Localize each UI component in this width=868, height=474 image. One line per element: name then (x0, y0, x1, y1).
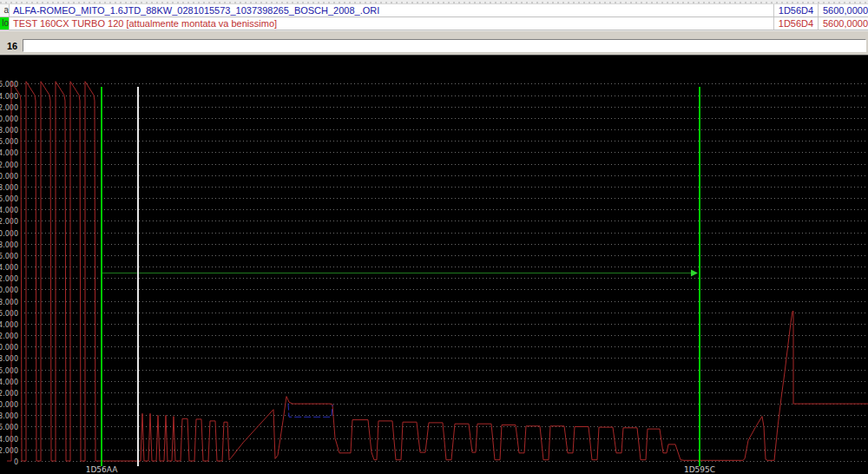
y-tick-label: 52.000 (0, 161, 18, 169)
y-tick-label: 6.000 (0, 424, 18, 431)
y-tick-label: 16.000 (0, 367, 18, 375)
y-tick-label: 10.000 (0, 401, 18, 409)
row-side-cell: a (0, 4, 10, 16)
row-side-cell: lo (0, 17, 10, 30)
y-tick-label: 38.000 (0, 241, 18, 249)
value-marker-arrow (691, 270, 698, 277)
graph-view[interactable]: 02.0004.0006.0008.00010.00012.00014.0001… (0, 56, 868, 474)
row-number-label: 16 (7, 41, 17, 51)
y-tick-label: 30.000 (0, 286, 18, 294)
y-tick-label: 62.000 (0, 104, 18, 112)
file-name[interactable]: TEST 160CX TURBO 120 [attualmente montat… (10, 17, 773, 30)
y-tick-label: 50.000 (0, 173, 18, 181)
y-tick-label: 64.000 (0, 93, 18, 101)
file-row-original[interactable]: a ALFA-ROMEO_MITO_1.6JTD_88KW_0281015573… (0, 4, 868, 17)
MOD-trace (288, 404, 332, 418)
y-tick-label: 4.000 (0, 436, 18, 444)
file-name[interactable]: ALFA-ROMEO_MITO_1.6JTD_88KW_0281015573_1… (10, 4, 773, 16)
y-tick-label: 24.000 (0, 321, 18, 329)
address-cell: 1D56D4 (773, 17, 818, 30)
value-cell: 5600,0000 (818, 4, 868, 16)
y-tick-label: 56.000 (0, 138, 18, 146)
y-tick-label: 18.000 (0, 355, 18, 363)
y-tick-label: 22.000 (0, 332, 18, 340)
y-tick-label: 20.000 (0, 344, 18, 352)
y-tick-label: 26.000 (0, 310, 18, 318)
file-row-modified[interactable]: lo TEST 160CX TURBO 120 [attualmente mon… (0, 17, 868, 30)
y-tick-label: 66.000 (0, 81, 18, 89)
address-cell: 1D56D4 (773, 4, 818, 16)
y-tick-label: 12.000 (0, 390, 18, 398)
y-tick-label: 40.000 (0, 230, 18, 238)
x-axis-address-label: 1D595C (684, 465, 715, 474)
y-tick-label: 54.000 (0, 149, 18, 157)
y-tick-label: 44.000 (0, 207, 18, 214)
y-tick-label: 46.000 (0, 195, 18, 203)
file-list: a ALFA-ROMEO_MITO_1.6JTD_88KW_0281015573… (0, 4, 868, 30)
y-tick-label: 32.000 (0, 275, 18, 283)
y-tick-label: 2.000 (0, 447, 18, 455)
y-tick-label: 48.000 (0, 184, 18, 192)
separator-strip (0, 30, 868, 36)
y-tick-label: 0 (14, 458, 18, 466)
y-tick-label: 60.000 (0, 115, 18, 123)
row-toolbar: 16 (0, 36, 868, 56)
y-tick-label: 8.000 (0, 412, 18, 420)
y-tick-label: 36.000 (0, 253, 18, 260)
x-axis-address-label: 1D56AA (86, 465, 119, 474)
y-tick-label: 14.000 (0, 379, 18, 386)
waveform-canvas[interactable]: 02.0004.0006.0008.00010.00012.00014.0001… (0, 56, 868, 474)
y-tick-label: 28.000 (0, 299, 18, 306)
y-tick-label: 58.000 (0, 127, 18, 135)
value-cell: 5600,0000 (818, 17, 868, 30)
y-tick-label: 42.000 (0, 218, 18, 226)
row-value-field[interactable] (23, 39, 866, 52)
y-tick-label: 34.000 (0, 264, 18, 272)
